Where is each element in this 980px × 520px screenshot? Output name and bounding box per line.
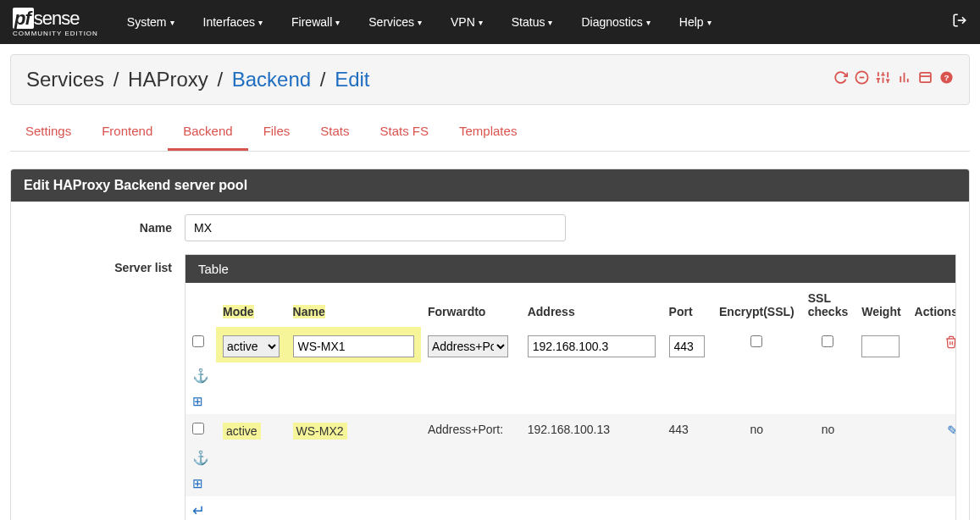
- pencil-icon[interactable]: ✎: [947, 423, 955, 438]
- name-input[interactable]: [185, 214, 566, 241]
- anchor-icon[interactable]: ⚓: [192, 451, 209, 465]
- address-input[interactable]: [528, 335, 656, 357]
- sslchecks-checkbox[interactable]: [822, 335, 833, 347]
- weight-input[interactable]: [861, 335, 900, 357]
- backend-panel: Edit HAProxy Backend server pool Name Se…: [10, 169, 970, 520]
- caret-icon: ▾: [548, 18, 552, 27]
- logo[interactable]: pfsense COMMUNITY EDITION: [13, 8, 98, 37]
- table-footer-row: ↵: [185, 496, 955, 520]
- tab-settings[interactable]: Settings: [10, 113, 86, 151]
- table-row-anchor: ⚓: [185, 445, 955, 471]
- page-header: Services / HAProxy / Backend / Edit ?: [10, 54, 970, 105]
- bc-backend[interactable]: Backend: [232, 68, 311, 91]
- row-select-checkbox[interactable]: [192, 423, 204, 434]
- th-actions: Actions: [908, 283, 955, 327]
- trash-icon[interactable]: [944, 337, 955, 351]
- forwardto-select[interactable]: Address+Port:: [428, 335, 508, 357]
- service-status-icons: ?: [833, 70, 954, 89]
- table-row-anchor: ⚓: [185, 362, 955, 389]
- th-sslchecks: SSL checks: [801, 283, 855, 327]
- table-row-add: ⊞: [185, 471, 955, 496]
- server-table-panel: Table Mode Name Forwardto Address: [185, 254, 956, 520]
- table-title: Table: [185, 255, 955, 283]
- name-label: Name: [24, 221, 185, 235]
- sslchecks-value: no: [801, 414, 855, 445]
- weight-value: [855, 414, 907, 445]
- logo-subtitle: COMMUNITY EDITION: [13, 30, 98, 37]
- settings-icon[interactable]: [876, 70, 890, 89]
- stats-icon[interactable]: [897, 70, 911, 89]
- nav-items: System▾ Interfaces▾ Firewall▾ Services▾ …: [115, 8, 952, 36]
- server-list-label: Server list: [24, 254, 185, 274]
- port-input[interactable]: [669, 335, 705, 357]
- th-forwardto: Forwardto: [421, 283, 521, 327]
- tab-backend[interactable]: Backend: [168, 113, 247, 151]
- tab-stats[interactable]: Stats: [305, 113, 364, 151]
- address-value: 192.168.100.13: [521, 414, 662, 445]
- tab-templates[interactable]: Templates: [444, 113, 532, 151]
- caret-icon: ▾: [258, 18, 263, 27]
- caret-icon: ▾: [418, 18, 422, 27]
- nav-help[interactable]: Help▾: [667, 8, 723, 36]
- nav-status[interactable]: Status▾: [500, 8, 565, 36]
- nav-interfaces[interactable]: Interfaces▾: [191, 8, 274, 36]
- stop-icon[interactable]: [855, 70, 869, 89]
- th-port: Port: [662, 283, 712, 327]
- nav-diagnostics[interactable]: Diagnostics▾: [569, 8, 662, 36]
- server-table: Mode Name Forwardto Address Port Encrypt…: [185, 283, 955, 520]
- nav-firewall[interactable]: Firewall▾: [280, 8, 352, 36]
- logout-icon[interactable]: [952, 13, 967, 32]
- plus-icon[interactable]: ⊞: [192, 476, 203, 490]
- th-encrypt: Encrypt(SSL): [712, 283, 801, 327]
- mode-select[interactable]: active: [223, 335, 280, 357]
- caret-icon: ▾: [479, 18, 483, 27]
- forwardto-value: Address+Port:: [421, 414, 521, 445]
- tab-frontend[interactable]: Frontend: [86, 113, 168, 151]
- anchor-icon[interactable]: ⚓: [192, 368, 209, 383]
- help-icon[interactable]: ?: [939, 70, 954, 89]
- top-navbar: pfsense COMMUNITY EDITION System▾ Interf…: [0, 0, 980, 44]
- caret-icon: ▾: [646, 18, 651, 27]
- caret-icon: ▾: [335, 18, 340, 27]
- restart-icon[interactable]: [833, 70, 848, 89]
- nav-services[interactable]: Services▾: [357, 8, 434, 36]
- bc-edit[interactable]: Edit: [335, 68, 369, 91]
- port-value: 443: [662, 414, 712, 445]
- th-weight: Weight: [855, 283, 907, 327]
- svg-text:?: ?: [944, 73, 949, 82]
- table-row: active WS-MX2 Address+Port: 192.168.100.…: [185, 414, 955, 445]
- encrypt-value: no: [712, 414, 801, 445]
- plus-icon[interactable]: ⊞: [192, 394, 203, 408]
- tab-files[interactable]: Files: [248, 113, 306, 151]
- bc-haproxy[interactable]: HAProxy: [128, 68, 208, 91]
- breadcrumb: Services / HAProxy / Backend / Edit: [26, 68, 370, 91]
- logo-main: pfsense: [13, 8, 79, 30]
- th-mode: Mode: [223, 305, 254, 318]
- encrypt-checkbox[interactable]: [750, 335, 762, 347]
- table-row-add: ⊞: [185, 389, 955, 414]
- panel-title: Edit HAProxy Backend server pool: [11, 169, 969, 202]
- table-row: active Address+Port:: [185, 327, 955, 362]
- tabs: Settings Frontend Backend Files Stats St…: [10, 113, 970, 152]
- th-name: Name: [293, 305, 325, 318]
- tab-statsfs[interactable]: Stats FS: [364, 113, 444, 151]
- row-select-checkbox[interactable]: [192, 335, 204, 347]
- bc-services[interactable]: Services: [26, 68, 104, 91]
- caret-icon: ▾: [170, 18, 174, 27]
- caret-icon: ▾: [707, 18, 711, 27]
- mode-value: active: [223, 423, 261, 440]
- nav-vpn[interactable]: VPN▾: [439, 8, 495, 36]
- svg-rect-15: [920, 73, 931, 82]
- arrow-down-icon[interactable]: ↵: [192, 502, 205, 519]
- th-address: Address: [521, 283, 662, 327]
- row-name-value: WS-MX2: [293, 423, 347, 440]
- nav-system[interactable]: System▾: [115, 8, 186, 36]
- log-icon[interactable]: [918, 70, 933, 89]
- row-name-input[interactable]: [293, 335, 414, 357]
